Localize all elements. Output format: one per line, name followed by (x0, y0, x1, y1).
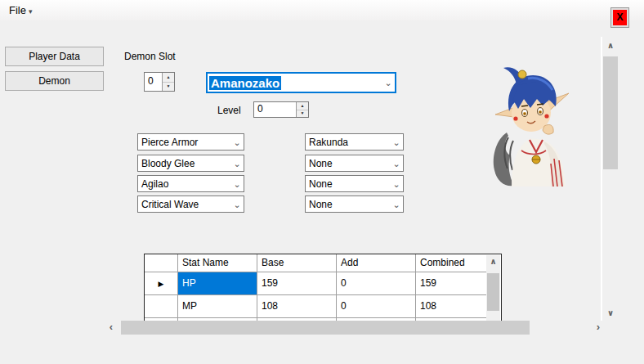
skill-dropdown-2[interactable]: Bloody Glee ⌄ (137, 155, 244, 172)
skill-dropdown-3-value: Agilao (138, 178, 230, 190)
table-scrollbar[interactable]: ∧ (486, 255, 500, 321)
menu-file[interactable]: File▾ (3, 2, 38, 19)
scroll-left-icon[interactable]: ‹ (105, 321, 118, 335)
column-header-stat-name[interactable]: Stat Name (178, 254, 257, 272)
chevron-down-icon[interactable]: ⌄ (230, 200, 244, 209)
table-row-hp: ▶ HP 159 0 159 (145, 272, 488, 295)
demon-name-selected-text: Amanozako (209, 76, 281, 90)
demon-portrait (489, 62, 574, 189)
chevron-down-icon: ▾ (29, 7, 33, 16)
close-button[interactable]: X (610, 7, 629, 28)
effect-dropdown-1[interactable]: Rakunda ⌄ (305, 133, 404, 151)
scroll-up-icon[interactable]: ∧ (603, 40, 618, 53)
scroll-up-icon[interactable]: ∧ (486, 257, 500, 266)
player-data-button[interactable]: Player Data (5, 47, 104, 66)
chevron-down-icon[interactable]: ⌄ (382, 79, 395, 87)
chevron-down-icon[interactable]: ⌄ (390, 138, 403, 146)
current-row-indicator-icon: ▶ (159, 280, 164, 288)
spin-down-icon[interactable]: ▼ (297, 110, 308, 118)
row-header[interactable] (145, 295, 178, 318)
level-stepper[interactable]: 0 ▲ ▼ (253, 101, 309, 118)
effect-dropdown-2[interactable]: None ⌄ (305, 155, 404, 172)
chevron-down-icon[interactable]: ⌄ (230, 138, 244, 146)
level-label: Level (217, 105, 241, 116)
vertical-scrollbar-thumb[interactable] (603, 56, 618, 169)
menu-file-label: File (9, 4, 26, 16)
chevron-down-icon[interactable]: ⌄ (230, 160, 244, 168)
cell-stat[interactable]: MP (178, 295, 257, 318)
cell-stat[interactable]: HP (178, 272, 257, 295)
demon-name-text: Amanozako (208, 76, 382, 90)
spin-up-icon[interactable]: ▲ (163, 73, 174, 82)
horizontal-scrollbar[interactable]: ‹ › (105, 321, 605, 335)
effect-dropdown-4-value: None (306, 199, 390, 210)
effect-dropdown-3[interactable]: None ⌄ (305, 175, 404, 192)
cell-combined[interactable]: 159 (416, 272, 488, 295)
demon-button[interactable]: Demon (5, 71, 104, 91)
level-spin: ▲ ▼ (296, 102, 308, 117)
skill-dropdown-1-value: Pierce Armor (138, 137, 230, 148)
demon-slot-label: Demon Slot (124, 51, 176, 62)
cell-combined[interactable]: 108 (416, 295, 488, 318)
effect-dropdown-4[interactable]: None ⌄ (305, 195, 404, 213)
skill-dropdown-4-value: Critical Wave (138, 199, 230, 210)
effect-dropdown-3-value: None (306, 178, 390, 190)
stats-table-header: Stat Name Base Add Combined (145, 254, 488, 272)
skill-dropdown-2-value: Bloody Glee (138, 158, 230, 169)
panel-edge (601, 37, 602, 321)
demon-name-combobox[interactable]: Amanozako ⌄ (206, 72, 396, 93)
column-header-combined[interactable]: Combined (416, 254, 488, 272)
chevron-down-icon[interactable]: ⌄ (390, 160, 403, 168)
effect-dropdown-2-value: None (306, 158, 390, 169)
spin-up-icon[interactable]: ▲ (297, 102, 308, 110)
cell-base[interactable]: 159 (257, 272, 337, 295)
demon-slot-spin: ▲ ▼ (162, 73, 174, 91)
table-row-mp: MP 108 0 108 (145, 295, 488, 318)
row-header[interactable]: ▶ (145, 272, 178, 295)
menu-bar: File▾ (0, 0, 644, 20)
close-icon: X (613, 10, 627, 25)
column-header-add[interactable]: Add (337, 254, 416, 272)
skill-dropdown-4[interactable]: Critical Wave ⌄ (137, 195, 244, 213)
skill-dropdown-3[interactable]: Agilao ⌄ (137, 175, 244, 192)
chevron-down-icon[interactable]: ⌄ (230, 180, 244, 188)
spin-down-icon[interactable]: ▼ (163, 82, 174, 92)
cell-add[interactable]: 0 (337, 272, 416, 295)
chevron-down-icon[interactable]: ⌄ (390, 180, 403, 188)
scroll-right-icon[interactable]: › (592, 321, 605, 335)
vertical-scrollbar[interactable]: ∧ ∨ (603, 40, 618, 321)
row-header-corner[interactable] (145, 254, 178, 272)
stats-table: Stat Name Base Add Combined ▶ HP 159 0 1… (144, 254, 502, 321)
table-scrollbar-thumb[interactable] (487, 273, 499, 311)
chevron-down-icon[interactable]: ⌄ (390, 200, 403, 209)
cell-base[interactable]: 108 (257, 295, 337, 318)
level-value[interactable]: 0 (254, 102, 296, 117)
demon-slot-stepper[interactable]: 0 ▲ ▼ (144, 72, 175, 92)
demon-slot-value[interactable]: 0 (145, 73, 162, 91)
horizontal-scrollbar-thumb[interactable] (121, 321, 530, 335)
effect-dropdown-1-value: Rakunda (306, 137, 390, 148)
cell-add[interactable]: 0 (337, 295, 416, 318)
skill-dropdown-1[interactable]: Pierce Armor ⌄ (137, 133, 244, 151)
scroll-down-icon[interactable]: ∨ (603, 308, 618, 321)
column-header-base[interactable]: Base (257, 254, 337, 272)
